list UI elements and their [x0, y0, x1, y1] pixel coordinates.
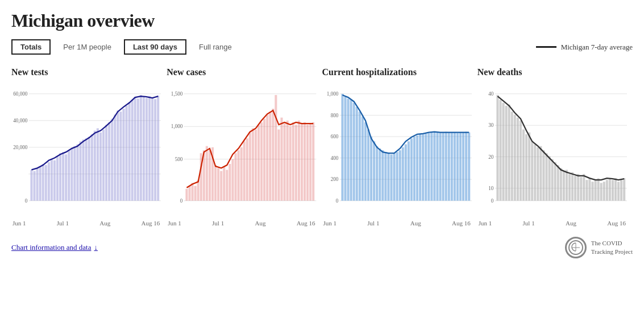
chart-info-link[interactable]: Chart information and data ↓	[11, 243, 98, 252]
svg-rect-82	[243, 141, 246, 200]
svg-rect-196	[560, 168, 562, 200]
footer: Chart information and data ↓ The COVID T…	[11, 237, 633, 258]
svg-rect-80	[238, 150, 240, 201]
svg-rect-211	[603, 182, 605, 200]
svg-rect-26	[79, 141, 81, 200]
svg-rect-194	[554, 162, 556, 201]
svg-text:40: 40	[488, 91, 493, 97]
svg-rect-53	[157, 96, 159, 201]
svg-rect-183	[522, 129, 525, 200]
svg-rect-23	[70, 149, 73, 201]
svg-rect-74	[220, 171, 222, 201]
chart-new-deaths: New deaths 40 30 20 10 0	[477, 67, 633, 227]
svg-rect-85	[252, 128, 254, 200]
logo-svg	[568, 240, 584, 256]
svg-rect-39	[117, 110, 119, 201]
per1m-button[interactable]: Per 1M people	[55, 40, 119, 53]
svg-rect-126	[361, 117, 363, 201]
svg-rect-140	[401, 147, 404, 201]
svg-rect-79	[235, 153, 237, 200]
svg-rect-207	[591, 182, 593, 200]
svg-text:10: 10	[488, 186, 493, 191]
svg-rect-150	[430, 133, 433, 201]
svg-rect-139	[398, 150, 401, 201]
svg-rect-30	[91, 134, 93, 201]
svg-rect-163	[468, 133, 470, 201]
chart-title-deaths: New deaths	[477, 67, 627, 77]
svg-rect-206	[588, 178, 591, 201]
svg-rect-146	[419, 134, 421, 201]
svg-rect-193	[551, 159, 553, 201]
svg-rect-24	[73, 146, 76, 201]
chart-new-cases: New cases 1,500 1,000 500 0	[167, 67, 322, 227]
svg-text:200: 200	[330, 176, 338, 182]
svg-rect-162	[465, 132, 467, 201]
svg-rect-135	[387, 153, 389, 200]
svg-rect-88	[260, 122, 263, 201]
chart-new-tests: New tests 60,000 40,000 20,000 0	[11, 67, 167, 227]
svg-text:1,500: 1,500	[171, 91, 183, 97]
svg-rect-52	[154, 99, 156, 200]
svg-rect-122	[350, 100, 352, 200]
svg-rect-121	[347, 98, 349, 200]
svg-text:400: 400	[330, 155, 338, 161]
svg-rect-159	[456, 133, 458, 201]
chart-svg-cases: 1,500 1,000 500 0	[167, 82, 316, 219]
x-labels-tests: Jun 1 Jul 1 Aug Aug 16	[11, 220, 161, 227]
svg-rect-218	[623, 178, 625, 201]
svg-rect-195	[556, 165, 559, 201]
chart-svg-tests: 60,000 40,000 20,000 0	[11, 82, 161, 219]
totals-button[interactable]: Totals	[11, 39, 51, 55]
svg-rect-144	[413, 137, 415, 201]
svg-rect-119	[341, 94, 343, 201]
svg-rect-96	[284, 123, 286, 201]
svg-text:30: 30	[488, 122, 493, 128]
svg-rect-175	[499, 100, 501, 200]
svg-rect-204	[583, 174, 585, 201]
chart-title-hosp: Current hospitalizations	[322, 67, 472, 77]
svg-rect-104	[306, 125, 309, 201]
svg-rect-205	[585, 180, 588, 201]
svg-rect-123	[352, 103, 355, 201]
svg-rect-188	[537, 147, 539, 201]
svg-rect-100	[295, 125, 297, 201]
svg-rect-201	[574, 176, 576, 201]
svg-rect-13	[42, 164, 44, 201]
svg-rect-185	[528, 133, 530, 201]
svg-rect-42	[125, 106, 127, 201]
last90-button[interactable]: Last 90 days	[124, 39, 186, 55]
svg-rect-34	[102, 129, 105, 200]
svg-rect-98	[289, 126, 292, 200]
svg-rect-35	[105, 125, 107, 201]
svg-rect-40	[119, 112, 122, 201]
svg-rect-31	[94, 131, 96, 201]
svg-rect-75	[223, 166, 225, 201]
svg-rect-32	[97, 128, 99, 200]
svg-rect-145	[416, 135, 418, 201]
svg-rect-12	[39, 166, 41, 201]
svg-rect-47	[140, 95, 142, 201]
svg-rect-120	[344, 97, 346, 201]
svg-rect-134	[384, 152, 387, 201]
svg-rect-177	[505, 106, 507, 201]
svg-rect-130	[373, 141, 375, 200]
svg-rect-129	[370, 137, 372, 201]
svg-rect-192	[548, 156, 550, 200]
chart-area-new-cases: 1,500 1,000 500 0	[167, 82, 316, 219]
svg-rect-199	[568, 174, 571, 201]
svg-rect-50	[148, 96, 151, 201]
svg-rect-151	[433, 133, 435, 201]
legend-label: Michigan 7-day average	[561, 43, 633, 52]
chart-info-text[interactable]: Chart information and data	[11, 243, 91, 252]
svg-rect-89	[263, 119, 265, 201]
fullrange-button[interactable]: Full range	[191, 40, 240, 53]
svg-rect-149	[427, 133, 430, 201]
svg-rect-213	[609, 178, 611, 201]
svg-rect-158	[453, 133, 455, 201]
svg-rect-176	[502, 103, 504, 201]
svg-text:60,000: 60,000	[13, 91, 27, 97]
svg-rect-190	[542, 150, 545, 201]
svg-rect-90	[266, 114, 268, 200]
svg-rect-20	[62, 152, 64, 201]
svg-rect-95	[281, 118, 283, 201]
